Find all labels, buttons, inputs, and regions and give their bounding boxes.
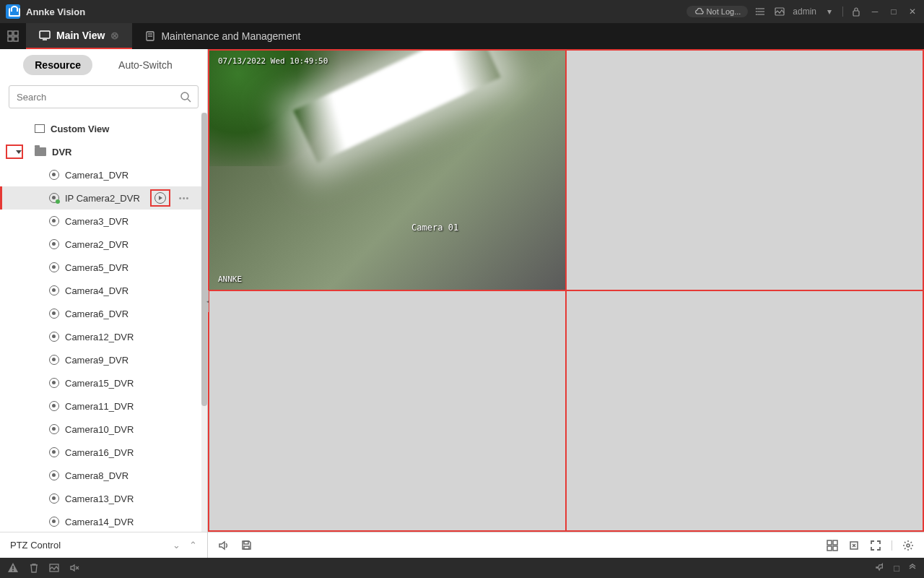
tab-label: Main View xyxy=(56,30,105,41)
camera-icon xyxy=(49,216,59,226)
tree-camera-item[interactable]: Camera15_DVR xyxy=(0,371,207,394)
tab-maintenance[interactable]: Maintenance and Management xyxy=(132,23,313,49)
camera-icon xyxy=(49,424,59,434)
tree-camera-item[interactable]: Camera12_DVR xyxy=(0,325,207,348)
camera-label: Camera9_DVR xyxy=(65,355,128,366)
user-dropdown-icon[interactable]: ▾ xyxy=(824,6,835,17)
camera-label: Camera4_DVR xyxy=(65,285,128,296)
settings-doc-icon xyxy=(145,31,155,41)
tree-camera-item[interactable]: Camera6_DVR xyxy=(0,302,207,325)
tree-device-dvr[interactable]: DVR xyxy=(0,140,207,163)
app-logo-icon xyxy=(6,4,20,19)
close-all-icon[interactable] xyxy=(848,540,860,551)
user-label[interactable]: admin xyxy=(793,6,816,17)
play-button-highlight[interactable] xyxy=(150,189,170,207)
video-cell-1[interactable]: 07/13/2022 Wed 10:49:50 Camera 01 ANNKE xyxy=(209,50,566,290)
svg-rect-21 xyxy=(827,540,832,545)
layout-grid-icon[interactable] xyxy=(827,540,838,551)
video-cell-2[interactable] xyxy=(566,50,923,290)
svg-rect-24 xyxy=(833,546,837,551)
tree-camera-item[interactable]: Camera5_DVR xyxy=(0,256,207,279)
svg-rect-22 xyxy=(833,540,837,545)
video-cell-3[interactable] xyxy=(209,290,566,531)
pin-icon[interactable] xyxy=(876,563,885,574)
tree-camera-item[interactable]: Camera8_DVR xyxy=(0,464,207,487)
svg-rect-30 xyxy=(12,570,14,571)
maximize-icon[interactable]: □ xyxy=(888,6,899,17)
search-icon[interactable] xyxy=(180,91,191,103)
camera-label: Camera12_DVR xyxy=(65,332,134,342)
camera-icon xyxy=(49,378,59,388)
scrollbar-thumb[interactable] xyxy=(201,113,207,406)
camera-label: Camera10_DVR xyxy=(65,424,134,435)
chevron-down-icon[interactable]: ⌄ xyxy=(173,540,180,551)
gear-icon[interactable] xyxy=(902,540,914,551)
tree-camera-item[interactable]: Camera10_DVR xyxy=(0,418,207,441)
tree-camera-item[interactable]: Camera3_DVR xyxy=(0,210,207,233)
camera-icon xyxy=(49,401,59,411)
login-status-text: Not Log... xyxy=(707,7,741,16)
camera-label: Camera2_DVR xyxy=(65,239,128,250)
camera-label: Camera6_DVR xyxy=(65,309,128,319)
video-toolbar xyxy=(208,532,924,558)
divider xyxy=(892,540,892,551)
tree-camera-item[interactable]: Camera11_DVR xyxy=(0,394,207,418)
svg-rect-11 xyxy=(14,37,18,41)
search-input[interactable] xyxy=(9,85,199,108)
sidebar-tab-resource[interactable]: Resource xyxy=(23,55,92,75)
svg-rect-23 xyxy=(827,546,832,551)
custom-view-icon xyxy=(35,124,45,133)
tree-camera-item[interactable]: IP Camera2_DVR••• xyxy=(0,186,207,210)
tree-camera-item[interactable]: Camera4_DVR xyxy=(0,279,207,302)
sidebar-tab-autoswitch[interactable]: Auto-Switch xyxy=(107,55,184,75)
login-status-chip[interactable]: Not Log... xyxy=(687,6,749,17)
fullscreen-icon[interactable] xyxy=(870,540,881,551)
alert-icon[interactable] xyxy=(7,562,19,574)
svg-point-4 xyxy=(756,12,757,12)
tab-close-icon[interactable]: ⊗ xyxy=(110,30,119,41)
tab-main-view[interactable]: Main View ⊗ xyxy=(26,23,132,49)
picture-icon[interactable] xyxy=(774,6,785,17)
svg-rect-10 xyxy=(8,37,12,41)
volume-icon[interactable] xyxy=(218,540,230,551)
tree-camera-item[interactable]: Camera16_DVR xyxy=(0,441,207,464)
svg-point-17 xyxy=(181,92,188,100)
close-icon[interactable]: ✕ xyxy=(907,6,918,17)
tree-camera-item[interactable]: Camera9_DVR xyxy=(0,348,207,371)
app-title: Annke Vision xyxy=(26,7,85,17)
svg-rect-12 xyxy=(40,31,50,38)
camera-label: Camera1_DVR xyxy=(65,170,128,181)
tabbar: Main View ⊗ Maintenance and Management xyxy=(0,23,924,49)
folder-icon xyxy=(35,147,46,156)
chevron-up-icon[interactable]: ⌃ xyxy=(189,540,197,551)
monitor-icon xyxy=(39,30,51,40)
video-feed: 07/13/2022 Wed 10:49:50 Camera 01 ANNKE xyxy=(209,51,565,290)
save-icon[interactable] xyxy=(241,540,252,551)
mute-icon[interactable] xyxy=(69,563,79,573)
window-icon[interactable]: □ xyxy=(894,563,899,574)
video-grid: ◀ 07/13/2022 Wed 10:49:50 Camera 01 ANNK… xyxy=(208,49,924,532)
svg-rect-8 xyxy=(8,31,12,35)
ptz-control-bar[interactable]: PTZ Control ⌄ ⌃ xyxy=(0,532,207,558)
list-icon[interactable] xyxy=(755,6,767,17)
tree-camera-item[interactable]: Camera2_DVR xyxy=(0,233,207,256)
tree-custom-view[interactable]: Custom View xyxy=(0,117,207,140)
expand-arrow-icon[interactable] xyxy=(16,150,22,154)
minimize-icon[interactable]: ─ xyxy=(869,6,881,17)
camera-label: Camera11_DVR xyxy=(65,401,134,412)
collapse-up-icon[interactable] xyxy=(908,563,917,574)
camera-label: Camera8_DVR xyxy=(65,470,128,481)
dashboard-grid-icon[interactable] xyxy=(0,23,26,49)
camera-icon xyxy=(49,493,59,504)
trash-icon[interactable] xyxy=(29,563,39,573)
video-cell-4[interactable] xyxy=(566,290,923,531)
tree-camera-item[interactable]: Camera14_DVR xyxy=(0,510,207,532)
more-icon[interactable]: ••• xyxy=(179,194,190,202)
image-icon[interactable] xyxy=(49,563,59,573)
lock-icon[interactable] xyxy=(850,6,862,17)
tab-label: Maintenance and Management xyxy=(161,30,300,42)
titlebar: Annke Vision Not Log... admin ▾ ─ □ ✕ xyxy=(0,0,924,23)
tree-camera-item[interactable]: Camera13_DVR xyxy=(0,487,207,510)
tree-camera-item[interactable]: Camera1_DVR xyxy=(0,163,207,186)
svg-rect-7 xyxy=(853,11,859,16)
